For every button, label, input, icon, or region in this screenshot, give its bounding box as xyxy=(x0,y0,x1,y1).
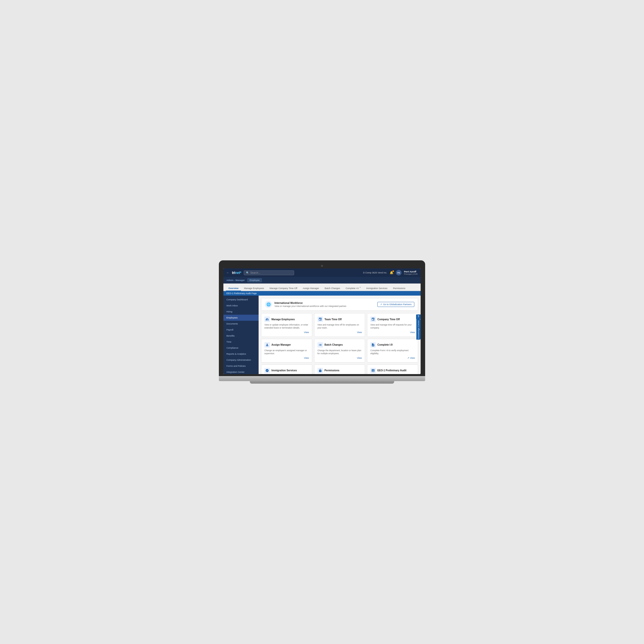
globalization-partners-button[interactable]: ↗ Go to Globalization Partners xyxy=(377,302,414,307)
sidebar-item-forms[interactable]: Forms and Policies xyxy=(223,363,259,369)
sidebar-item-integration[interactable]: Integration Center xyxy=(223,369,259,374)
user-role: Principal | DVR xyxy=(404,273,418,275)
tab-manage-company-time-off[interactable]: Manage Company Time Off xyxy=(267,286,300,291)
sidebar-item-compliance[interactable]: Compliance xyxy=(223,345,259,351)
role-label: Admin - Manager xyxy=(226,279,245,281)
card-manage-employees-header: Manage Employees xyxy=(264,316,309,322)
team-time-off-view-link[interactable]: View xyxy=(317,331,362,334)
sidebar-item-company-dashboard[interactable]: Company Dashboard xyxy=(223,297,259,303)
card-company-time-off-desc: View and manage time off requests for yo… xyxy=(370,324,415,330)
globe-icon: 🌐 xyxy=(265,301,272,308)
laptop-container: ← trinet* 🔍 Search... D Comp 3625 Vend I… xyxy=(219,260,425,384)
team-time-off-icon xyxy=(317,316,323,322)
card-immigration-services-header: Immigration Services xyxy=(264,368,309,373)
sidebar-item-documents[interactable]: Documents xyxy=(223,321,259,327)
card-batch-changes-header: Batch Changes xyxy=(317,342,362,348)
card-company-time-off-header: Company Time Off xyxy=(370,316,415,322)
card-batch-changes: Batch Changes Change the department, loc… xyxy=(314,339,365,363)
banner-description: View or manage your international workfo… xyxy=(274,305,375,307)
banner-text: International Workforce View or manage y… xyxy=(274,302,375,307)
tab-complete-i9[interactable]: Complete I-9 ↗ xyxy=(343,286,363,291)
card-eeo1-audit-title: EEO-1 Preliminary Audit xyxy=(377,369,406,372)
knowledge-center-question-icon[interactable]: ? xyxy=(416,314,421,319)
sidebar-item-work-inbox[interactable]: Work Inbox xyxy=(223,303,259,309)
card-eeo1-audit-header: EEO-1 Preliminary Audit xyxy=(370,368,415,373)
knowledge-center-wrapper: ? Knowledge Center xyxy=(416,314,421,340)
company-time-off-icon xyxy=(370,316,376,322)
tabbar: Overview Manage Employees Manage Company… xyxy=(223,284,421,291)
permissions-icon xyxy=(317,368,323,373)
back-button[interactable]: ← xyxy=(226,271,229,274)
sidebar-item-company-admin[interactable]: Company Administration xyxy=(223,357,259,363)
sidebar-item-benefits[interactable]: Benefits xyxy=(223,333,259,339)
app-container: ← trinet* 🔍 Search... D Comp 3625 Vend I… xyxy=(223,268,421,374)
main-content: Company Dashboard Work Inbox Hiring Empl… xyxy=(223,296,421,374)
card-company-time-off-title: Company Time Off xyxy=(377,318,400,321)
card-assign-manager-header: Assign Manager xyxy=(264,342,309,348)
knowledge-center-button[interactable]: Knowledge Center xyxy=(416,319,421,340)
complete-i9-icon xyxy=(370,342,376,348)
card-team-time-off-header: Team Time Off xyxy=(317,316,362,322)
card-batch-changes-desc: Change the department, location or leave… xyxy=(317,349,362,355)
card-team-time-off: Team Time Off View and manage time off f… xyxy=(314,313,365,337)
card-manage-employees-title: Manage Employees xyxy=(271,318,295,321)
tab-overview[interactable]: Overview xyxy=(226,286,241,291)
card-complete-i9-desc: Complete Form I-9 to verify employment e… xyxy=(370,349,415,355)
assign-manager-view-link[interactable]: View xyxy=(264,357,309,359)
notification-bell[interactable]: 🔔 xyxy=(390,271,393,274)
sidebar-item-hiring[interactable]: Hiring xyxy=(223,309,259,315)
content-area: 🌐 International Workforce View or manage… xyxy=(259,296,421,374)
card-immigration-services: Immigration Services Get help with a wor… xyxy=(261,365,312,374)
batch-changes-view-link[interactable]: View xyxy=(317,357,362,359)
topbar: ← trinet* 🔍 Search... D Comp 3625 Vend I… xyxy=(223,268,421,277)
search-icon: 🔍 xyxy=(246,271,249,274)
card-permissions-header: Permissions xyxy=(317,368,362,373)
tab-permissions[interactable]: Permissions xyxy=(390,286,408,291)
banner-button-label: Go to Globalization Partners xyxy=(383,303,412,306)
notification-dot xyxy=(392,270,394,272)
assign-manager-icon xyxy=(264,342,270,348)
card-assign-manager-desc: Change an employee's assigned manager or… xyxy=(264,349,309,355)
card-batch-changes-title: Batch Changes xyxy=(325,343,343,346)
logo-prefix: tri xyxy=(232,271,235,275)
sidebar-item-payroll[interactable]: Payroll xyxy=(223,327,259,333)
trinet-logo: trinet* xyxy=(232,271,241,275)
sidebar: Company Dashboard Work Inbox Hiring Empl… xyxy=(223,296,259,374)
card-complete-i9-title: Complete I-9 xyxy=(377,343,392,346)
external-link-icon: ↗ xyxy=(359,287,361,288)
tab-batch-changes[interactable]: Batch Changes xyxy=(322,286,343,291)
international-workforce-banner: 🌐 International Workforce View or manage… xyxy=(261,298,418,311)
search-placeholder: Search... xyxy=(250,271,260,274)
card-immigration-services-title: Immigration Services xyxy=(271,369,297,372)
immigration-services-icon xyxy=(264,368,270,373)
avatar: PA xyxy=(396,270,401,275)
laptop-base xyxy=(219,376,425,381)
manage-employees-icon xyxy=(264,316,270,322)
cards-grid: Manage Employees View or update employee… xyxy=(261,313,418,374)
batch-changes-icon xyxy=(317,342,323,348)
tab-assign-manager[interactable]: Assign Manager xyxy=(300,286,321,291)
card-complete-i9: Complete I-9 Complete Form I-9 to verify… xyxy=(367,339,418,363)
tab-manage-employees[interactable]: Manage Employees xyxy=(241,286,267,291)
notification-text: EEO-1 Preliminary Audit Page xyxy=(226,292,257,295)
sidebar-item-employees[interactable]: Employees xyxy=(223,315,259,321)
manage-employees-view-link[interactable]: View xyxy=(264,331,309,334)
banner-title: International Workforce xyxy=(274,302,375,304)
sidebar-item-time[interactable]: Time xyxy=(223,339,259,345)
employee-button[interactable]: Employee xyxy=(247,278,262,282)
sidebar-item-reports[interactable]: Reports & Analytics xyxy=(223,351,259,357)
card-manage-employees-desc: View or update employee information, or … xyxy=(264,324,309,330)
search-box[interactable]: 🔍 Search... xyxy=(244,270,294,275)
card-company-time-off: Company Time Off View and manage time of… xyxy=(367,313,418,337)
logo-suffix: net xyxy=(235,271,240,275)
company-time-off-view-link[interactable]: View xyxy=(370,331,415,334)
notification-bar: EEO-1 Preliminary Audit Page xyxy=(223,291,421,296)
card-team-time-off-desc: View and manage time off for employees o… xyxy=(317,324,362,330)
complete-i9-view-link[interactable]: ↗ View xyxy=(370,357,415,359)
tab-immigration-services[interactable]: Immigration Services xyxy=(364,286,390,291)
user-info: Perri Azroff Principal | DVR xyxy=(404,270,418,275)
card-permissions: Permissions Assign permissions to provid… xyxy=(314,365,365,374)
username: Perri Azroff xyxy=(404,270,416,273)
company-info: D Comp 3625 Vend Inc. xyxy=(363,271,387,274)
eeo1-audit-icon xyxy=(370,368,376,373)
